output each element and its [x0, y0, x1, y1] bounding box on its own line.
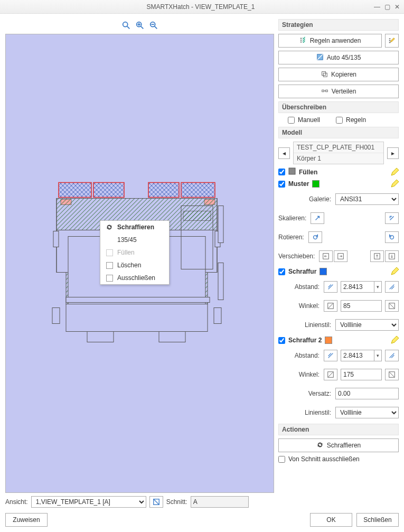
zoom-toolbar — [5, 19, 274, 32]
actions-header: Actionen — [278, 424, 399, 435]
hatch2-dist-decrease-button[interactable] — [324, 350, 337, 361]
svg-rect-27 — [87, 331, 114, 342]
refresh-icon — [316, 441, 324, 450]
ctx-hatch[interactable]: Schraffieren — [100, 221, 169, 234]
override-manual-checkbox[interactable]: Manuell — [288, 116, 320, 124]
hatch1-dist-decrease-button[interactable] — [324, 281, 337, 293]
shift-down-button[interactable] — [385, 250, 399, 262]
scale-label: Skalieren: — [278, 214, 306, 222]
hatch2-angle-flip-button[interactable] — [385, 369, 399, 380]
hatch2-dist-increase-button[interactable] — [385, 350, 399, 361]
do-hatch-button[interactable]: Schraffieren — [278, 438, 399, 452]
model-prev-button[interactable]: ◂ — [278, 147, 290, 159]
hatch1-dist-input[interactable] — [341, 281, 374, 293]
apply-rules-button[interactable]: Regeln anwenden — [278, 34, 382, 48]
hatch2-angle-input[interactable] — [341, 369, 382, 380]
context-menu: Schraffieren 135/45 Füllen Löschen — [100, 220, 170, 285]
override-header: Überschreiben — [278, 101, 399, 113]
section-label: Schnitt: — [166, 498, 187, 506]
shift-up-button[interactable] — [370, 250, 384, 262]
edit-pencil-icon[interactable] — [390, 336, 399, 344]
zoom-in-icon[interactable] — [135, 21, 145, 30]
zoom-fit-icon[interactable] — [121, 21, 131, 30]
auto-45-135-button[interactable]: Auto 45/135 — [278, 51, 399, 64]
fill-checkbox[interactable]: Füllen — [278, 167, 317, 176]
svg-line-7 — [154, 26, 157, 29]
svg-point-0 — [123, 22, 127, 27]
view-select[interactable]: 1,VIEW_TEMPLATE_1 [A] — [31, 496, 146, 508]
hatch2-dist-label: Abstand: — [295, 352, 320, 359]
model-next-button[interactable]: ▸ — [387, 147, 399, 159]
hatch1-dist-label: Abstand: — [295, 283, 320, 291]
edit-pencil-icon[interactable] — [390, 168, 399, 176]
scale-up-button[interactable] — [385, 212, 399, 224]
window-controls: — ▢ ✕ — [370, 3, 404, 11]
hatch2-color-swatch[interactable] — [325, 337, 332, 344]
hatch2-dist-input[interactable] — [341, 350, 374, 361]
copy-button[interactable]: Kopieren — [278, 68, 399, 81]
zoom-out-icon[interactable] — [149, 21, 158, 30]
close-dialog-button[interactable]: Schließen — [356, 513, 399, 527]
hatch2-style-select[interactable]: Volllinie — [335, 407, 399, 418]
ctx-exclude[interactable]: Ausschließen — [100, 272, 169, 284]
edit-pencil-icon[interactable] — [390, 180, 399, 188]
hatch1-dist-dropdown[interactable] — [374, 281, 382, 293]
gallery-label: Galerie: — [309, 195, 331, 203]
checklist-icon — [299, 36, 307, 45]
hatch1-checkbox[interactable]: Schraffur — [278, 268, 327, 275]
close-button[interactable]: ✕ — [394, 3, 400, 11]
hatch1-angle-input[interactable] — [341, 300, 382, 312]
svg-rect-28 — [159, 331, 185, 342]
hatch1-angle-flip-button[interactable] — [385, 300, 399, 312]
svg-rect-11 — [148, 182, 179, 197]
hatch1-style-select[interactable]: Volllinie — [335, 319, 399, 331]
hatch1-angle-pick-button[interactable] — [324, 300, 337, 312]
svg-rect-26 — [218, 263, 223, 300]
edit-rules-button[interactable] — [385, 34, 399, 48]
hatch2-style-label: Linienstil: — [305, 409, 331, 416]
view-label: Ansicht: — [5, 498, 28, 506]
drawing-canvas[interactable]: Schraffieren 135/45 Füllen Löschen — [5, 34, 274, 493]
hatch1-dist-increase-button[interactable] — [385, 281, 399, 293]
title-bar: SMARTXHatch - VIEW_TEMPLATE_1 — ▢ ✕ — [0, 0, 404, 14]
hatch2-offset-input[interactable] — [335, 388, 399, 399]
scale-down-button[interactable] — [311, 212, 324, 224]
ctx-swap-angle[interactable]: 135/45 — [100, 234, 169, 246]
fill-icon — [288, 167, 296, 176]
distribute-button[interactable]: Verteilen — [278, 85, 399, 98]
svg-rect-10 — [93, 182, 124, 197]
ctx-delete[interactable]: Löschen — [100, 259, 169, 272]
override-rules-checkbox[interactable]: Regeln — [336, 116, 366, 124]
strategies-header: Strategien — [278, 19, 399, 31]
ctx-fill[interactable]: Füllen — [100, 246, 169, 259]
ok-button[interactable]: OK — [310, 513, 352, 527]
model-name: TEST_CLP_PLATE_FH001 — [294, 142, 383, 153]
hatch1-angle-label: Winkel: — [299, 302, 320, 310]
svg-rect-38 — [289, 168, 295, 174]
svg-rect-35 — [323, 73, 327, 77]
pattern-color-swatch[interactable] — [312, 180, 320, 188]
section-field — [191, 496, 249, 508]
assign-button[interactable]: Zuweisen — [5, 513, 48, 527]
svg-rect-34 — [322, 71, 326, 75]
hatch1-color-swatch[interactable] — [320, 268, 327, 275]
ctx-swap-label: 135/45 — [117, 236, 137, 244]
view-invalidate-button[interactable] — [149, 496, 163, 508]
maximize-button[interactable]: ▢ — [384, 3, 390, 11]
exclude-from-section-checkbox[interactable]: Von Schnitt ausschließen — [278, 455, 399, 463]
shift-left-button[interactable] — [319, 250, 333, 262]
auto-angle-icon — [316, 53, 324, 62]
svg-rect-21 — [53, 231, 59, 247]
minimize-button[interactable]: — — [374, 3, 380, 11]
hatch2-angle-pick-button[interactable] — [324, 369, 337, 380]
ctx-exclude-label: Ausschließen — [117, 274, 155, 282]
shift-right-button[interactable] — [334, 250, 347, 262]
gallery-select[interactable]: ANSI31 — [335, 193, 399, 205]
rotate-ccw-button[interactable] — [308, 231, 322, 243]
hatch2-checkbox[interactable]: Schraffur 2 — [278, 337, 332, 344]
rotate-cw-button[interactable] — [385, 231, 399, 243]
pattern-checkbox[interactable]: Muster — [278, 180, 320, 188]
hatch2-dist-dropdown[interactable] — [374, 350, 382, 361]
rotate-label: Rotieren: — [278, 234, 304, 241]
edit-pencil-icon[interactable] — [390, 267, 399, 276]
